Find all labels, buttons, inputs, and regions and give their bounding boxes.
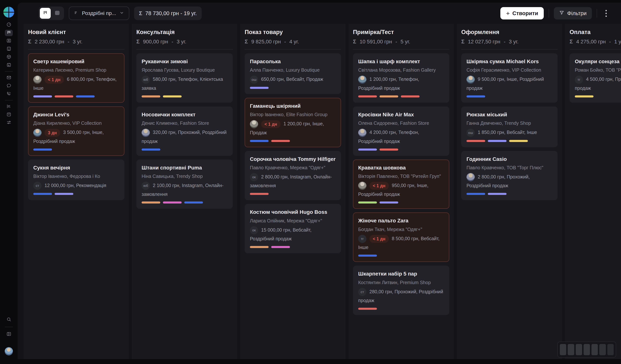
table-grid-icon — [54, 10, 60, 17]
deal-card[interactable]: Краватка шовкова Вікторія Павленко, ТОВ … — [353, 159, 449, 209]
deal-contact: Богдан Ткач, Мережа "Одяг+" — [358, 226, 444, 233]
sidebar-item-contacts[interactable] — [5, 38, 13, 44]
column-cards: Окуляри сонцеза Роман Бойко, ТОВ "Р тг4 … — [569, 53, 621, 103]
sidebar-item-dashboard[interactable] — [5, 22, 13, 28]
pipeline-select-value: Роздрібні пр... — [82, 10, 116, 16]
contact-card-icon — [6, 38, 11, 44]
deal-card[interactable]: Рукавички зимові Ярослава Гусєва, Luxury… — [136, 53, 233, 103]
deal-card[interactable]: Кросівки Nike Air Max Олена Сидоренко, F… — [353, 106, 449, 156]
sidebar-item-analytics[interactable] — [5, 104, 13, 110]
deal-contact: Костянтин Литвин, Premium Shop — [358, 279, 444, 286]
board-minimap[interactable] — [557, 342, 616, 358]
view-toggle — [38, 7, 64, 20]
bottom-strip — [17, 359, 621, 364]
deal-card[interactable]: Штани спортивні Puma Ніна Савицька, Tren… — [136, 159, 233, 209]
more-menu-button[interactable] — [602, 7, 610, 19]
deal-card[interactable]: Парасолька Алла Панченко, Luxury Boutiqu… — [245, 53, 341, 94]
chevron-down-icon — [119, 10, 124, 17]
user-avatar[interactable] — [5, 347, 13, 355]
deal-card[interactable]: Шкарпетки набір 5 пар Костянтин Литвин, … — [353, 266, 449, 315]
filters-button[interactable]: Фільтри — [554, 7, 592, 19]
avatar — [466, 76, 475, 84]
progress-bars — [358, 201, 444, 204]
kanban-column: Консультація Σ 900,00 грн - 3 уг. Рукави… — [132, 24, 237, 359]
deal-title: Краватка шовкова — [358, 164, 444, 171]
column-divider — [461, 49, 558, 50]
mail-icon — [6, 75, 11, 81]
progress-bars — [142, 95, 227, 97]
status-bar — [488, 193, 506, 195]
deal-contact: Віктор Іваненко, Федорова і Ко — [33, 173, 119, 180]
deal-meta: < 1 дн6 800,00 грн, Телефон, Інше — [33, 75, 119, 92]
column-sum-value: 10 591,00 грн — [360, 39, 392, 45]
column-divider — [245, 49, 341, 50]
deal-contact: Павло Кравченко, ТОВ "Торг Плюс" — [466, 164, 552, 171]
deal-card[interactable]: Костюм чоловічий Hugo Boss Лариса Олійни… — [245, 204, 341, 253]
status-bar — [250, 140, 269, 142]
column-sum-value: 900,00 грн — [143, 39, 168, 45]
search-icon — [6, 317, 11, 323]
board-total-value: 78 730,00 грн - 19 уг. — [145, 10, 197, 17]
column-summary-dash: - — [396, 39, 397, 45]
initials-badge: ок — [250, 226, 258, 234]
deal-card[interactable]: Шапка і шарф комплект Світлана Морозова,… — [353, 53, 449, 103]
deal-card[interactable]: Шкіряна сумка Michael Kors Софія Герасим… — [461, 53, 558, 103]
column-deal-count: 5 уг. — [400, 39, 410, 45]
deal-meta: тг< 1 дн8 500,00 грн, Вебсайт, Інше — [358, 234, 444, 252]
sidebar-item-companies[interactable] — [5, 46, 13, 52]
sidebar-item-automation[interactable] — [5, 120, 13, 126]
deal-title: Костюм чоловічий Hugo Boss — [250, 209, 336, 215]
kanban-board: Новий клієнт Σ 2 230,00 грн - 3 уг. Свет… — [17, 24, 621, 359]
progress-bars — [358, 308, 444, 310]
sidebar-item-mail[interactable] — [5, 75, 13, 81]
status-bar — [466, 193, 485, 195]
sidebar-item-orders[interactable] — [5, 111, 13, 118]
status-bar — [250, 193, 269, 195]
deal-card[interactable]: Рюкзак міський Ганна Демченко, Trendy Sh… — [461, 106, 558, 147]
deal-meta: 2 800,00 грн, Прохожий, Роздрібний прода… — [466, 173, 552, 190]
status-bar — [163, 201, 182, 204]
create-button[interactable]: + Створити — [500, 7, 544, 19]
deal-title: Гаманець шкіряний — [250, 103, 336, 109]
deal-card[interactable]: Сорочка чоловіча Tommy Hilfiger Павло Кр… — [245, 151, 341, 200]
column-summary-dash: - — [609, 39, 611, 45]
column-sum-value: 2 230,00 грн — [34, 39, 64, 45]
initials-badge: ош — [466, 129, 475, 137]
initials-badge: ст — [33, 182, 42, 190]
column-divider — [353, 49, 449, 50]
progress-bars — [250, 193, 336, 195]
kanban-icon — [6, 30, 11, 36]
sidebar-item-deals-kanban[interactable] — [5, 30, 13, 36]
column-cards: Рукавички зимові Ярослава Гусєва, Luxury… — [136, 53, 233, 209]
progress-bars — [33, 95, 119, 97]
deal-card[interactable]: Носовички комплект Денис Клименко, Fashi… — [136, 106, 233, 156]
column-divider — [136, 49, 233, 50]
column-deal-count: 3 уг. — [509, 39, 518, 45]
sidebar-item-calls[interactable] — [5, 91, 13, 97]
progress-bars — [358, 255, 444, 257]
deal-card[interactable]: Годинник Casio Павло Кравченко, ТОВ "Тор… — [461, 151, 558, 200]
progress-bars — [466, 95, 552, 97]
deal-title: Сукня вечірня — [33, 164, 119, 171]
pipeline-select[interactable]: Роздрібні пр... — [69, 7, 129, 20]
avatar — [33, 76, 42, 84]
deal-card[interactable]: Светр кашеміровий Катерина Лисенко, Prem… — [28, 53, 124, 103]
initials-badge: ст — [358, 288, 366, 296]
sidebar-item-calendar[interactable] — [5, 62, 13, 68]
collapse-sidebar-button[interactable] — [5, 331, 13, 337]
sidebar-item-chat[interactable] — [5, 83, 13, 89]
kanban-view-button[interactable] — [40, 8, 51, 19]
search-button[interactable] — [5, 316, 13, 323]
table-view-button[interactable] — [52, 8, 63, 19]
sidebar-item-products[interactable] — [5, 54, 13, 60]
progress-bars — [33, 149, 119, 151]
sigma-icon: Σ — [569, 38, 573, 45]
column-summary: Σ 10 591,00 грн - 5 уг. — [353, 38, 449, 45]
progress-bars — [358, 149, 444, 151]
deal-card[interactable]: Гаманець шкіряний Віктор Іваненко, Elite… — [245, 98, 341, 147]
column-deal-count: 3 уг. — [73, 39, 83, 45]
deal-card[interactable]: Джинси Levi's Діана Кириленко, VIP Colle… — [28, 106, 124, 156]
deal-card[interactable]: Окуляри сонцеза Роман Бойко, ТОВ "Р тг4 … — [569, 53, 621, 103]
deal-card[interactable]: Сукня вечірня Віктор Іваненко, Федорова … — [28, 159, 124, 200]
deal-card[interactable]: Жіноче пальто Zara Богдан Ткач, Мережа "… — [353, 212, 449, 262]
